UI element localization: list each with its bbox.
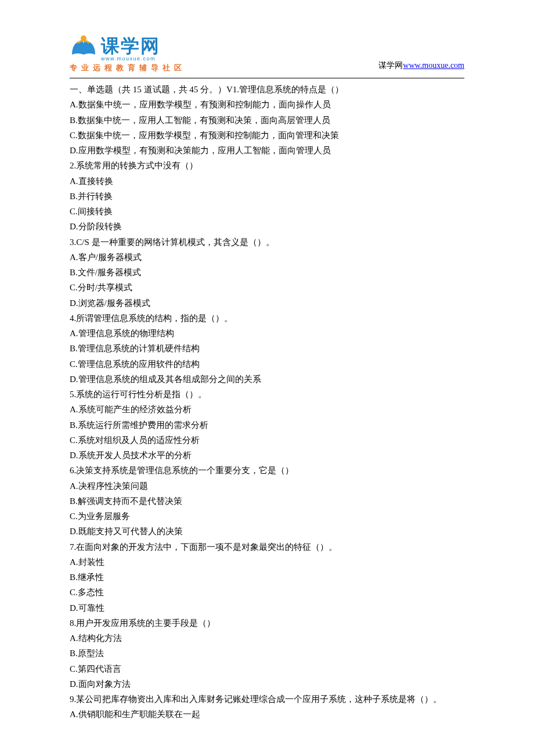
content-line: A.数据集中统一，应用数学模型，有预测和控制能力，面向操作人员 — [70, 97, 464, 112]
content-line: 7.在面向对象的开发方法中，下面那一项不是对象最突出的特征（）。 — [70, 539, 464, 555]
content-line: C.第四代语言 — [70, 661, 464, 676]
content-line: D.管理信息系统的组成及其各组成部分之间的关系 — [70, 372, 464, 387]
content-line: C.为业务层服务 — [70, 509, 464, 524]
logo-title: 课学网 — [101, 37, 160, 55]
content-line: 4.所谓管理信息系统的结构，指的是（）。 — [70, 311, 464, 326]
content-line: 8.用户开发应用系统的主要手段是（） — [70, 615, 464, 631]
logo-top: 课学网 — [70, 35, 186, 57]
logo-text: 课学网 — [101, 37, 160, 55]
content-line: C.数据集中统一，应用数学模型，有预测和控制能力，面向管理和决策 — [70, 128, 464, 143]
content-line: A.客户/服务器模式 — [70, 250, 464, 265]
content-line: D.浏览器/服务器模式 — [70, 296, 464, 311]
site-link[interactable]: www.mouxue.com — [403, 61, 464, 70]
content-line: C.系统对组织及人员的适应性分析 — [70, 433, 464, 448]
content-line: B.文件/服务器模式 — [70, 265, 464, 280]
content-line: D.既能支持又可代替人的决策 — [70, 524, 464, 539]
content-line: D.可靠性 — [70, 600, 464, 615]
content-line: 5.系统的运行可行性分析是指（）。 — [70, 387, 464, 402]
logo-block: 课学网 www.mouxue.com 专业远程教育辅导社区 — [70, 35, 186, 73]
lines-container: A.数据集中统一，应用数学模型，有预测和控制能力，面向操作人员B.数据集中统一，… — [70, 97, 464, 722]
content-line: 9.某公司把库存物资出入库和出入库财务记账处理综合成一个应用子系统，这种子系统是… — [70, 692, 464, 707]
content-line: A.系统可能产生的经济效益分析 — [70, 402, 464, 417]
content-line: A.决程序性决策问题 — [70, 478, 464, 494]
content-line: 6.决策支持系统是管理信息系统的一个重要分支，它是（） — [70, 463, 464, 478]
book-person-icon — [70, 35, 98, 57]
document-content: 一、单选题（共 15 道试题，共 45 分。）V1.管理信息系统的特点是（） A… — [70, 78, 464, 722]
content-line: B.原型法 — [70, 646, 464, 661]
content-line: A.封装性 — [70, 555, 464, 570]
content-line: B.管理信息系统的计算机硬件结构 — [70, 341, 464, 356]
content-line: D.分阶段转换 — [70, 219, 464, 234]
content-line: C.分时/共享模式 — [70, 280, 464, 295]
content-line: B.继承性 — [70, 570, 464, 585]
content-line: 2.系统常用的转换方式中没有（） — [70, 158, 464, 173]
content-line: A.供销职能和生产职能关联在一起 — [70, 707, 464, 722]
content-line: A.结构化方法 — [70, 631, 464, 646]
content-line: 3.C/S 是一种重要的网络计算机模式，其含义是（）。 — [70, 235, 464, 250]
logo-tagline: 专业远程教育辅导社区 — [70, 63, 186, 73]
content-line: C.间接转换 — [70, 204, 464, 219]
content-line: D.应用数学模型，有预测和决策能力，应用人工智能，面向管理人员 — [70, 143, 464, 158]
site-reference: 谋学网www.mouxue.com — [378, 60, 464, 71]
content-line: B.数据集中统一，应用人工智能，有预测和决策，面向高层管理人员 — [70, 113, 464, 128]
site-label: 谋学网 — [378, 61, 403, 70]
page-header: 课学网 www.mouxue.com 专业远程教育辅导社区 谋学网www.mou… — [70, 35, 464, 73]
section-header: 一、单选题（共 15 道试题，共 45 分。）V1.管理信息系统的特点是（） — [70, 82, 464, 97]
content-line: D.面向对象方法 — [70, 676, 464, 692]
document-page: 课学网 www.mouxue.com 专业远程教育辅导社区 谋学网www.mou… — [0, 0, 534, 756]
content-line: B.解强调支持而不是代替决策 — [70, 494, 464, 509]
content-line: A.直接转换 — [70, 174, 464, 189]
content-line: C.多态性 — [70, 585, 464, 600]
content-line: D.系统开发人员技术水平的分析 — [70, 448, 464, 463]
content-line: A.管理信息系统的物理结构 — [70, 326, 464, 341]
content-line: B.系统运行所需维护费用的需求分析 — [70, 417, 464, 433]
logo-url: www.mouxue.com — [101, 56, 186, 62]
content-line: B.并行转换 — [70, 189, 464, 204]
content-line: C.管理信息系统的应用软件的结构 — [70, 357, 464, 372]
